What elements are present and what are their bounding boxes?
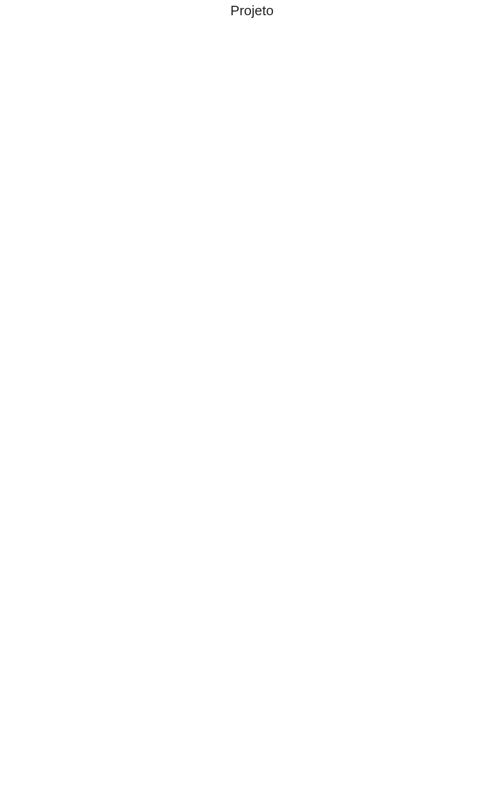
- title-line1: Projeto: [0, 3, 504, 19]
- title-line2: Sinalização Interna do CNPq: [0, 19, 504, 21]
- title-block: Projeto Sinalização Interna do CNPq Préd…: [0, 3, 504, 21]
- page: Projeto Sinalização Interna do CNPq Préd…: [0, 0, 504, 21]
